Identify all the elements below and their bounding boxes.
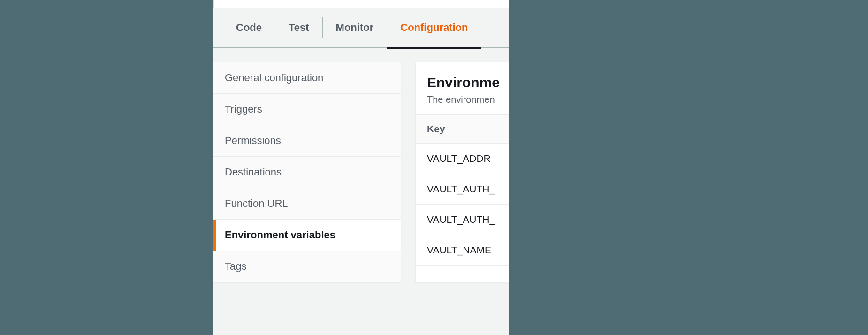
tab-bar: Code Test Monitor Configuration <box>213 8 509 48</box>
sidebar-item-destinations[interactable]: Destinations <box>213 157 401 188</box>
tab-configuration[interactable]: Configuration <box>387 16 481 39</box>
tab-label: Test <box>289 22 309 34</box>
sidebar-item-function-url[interactable]: Function URL <box>213 188 401 220</box>
tab-monitor[interactable]: Monitor <box>323 16 387 39</box>
panel-header: Environme The environmen <box>416 62 509 114</box>
panel-title: Environme <box>427 75 497 91</box>
sidebar-item-label: Triggers <box>225 103 262 115</box>
sidebar-item-general-configuration[interactable]: General configuration <box>213 62 401 94</box>
env-var-key: VAULT_AUTH_ <box>427 214 495 225</box>
sidebar-item-permissions[interactable]: Permissions <box>213 125 401 157</box>
env-var-key: VAULT_AUTH_ <box>427 183 495 194</box>
env-var-key: VAULT_ADDR <box>427 153 491 164</box>
sidebar-item-environment-variables[interactable]: Environment variables <box>213 220 401 251</box>
env-var-key: VAULT_NAME <box>427 244 491 255</box>
sidebar-item-label: General configuration <box>225 72 323 84</box>
tab-label: Configuration <box>400 22 468 34</box>
tab-code[interactable]: Code <box>223 16 275 39</box>
config-sidebar: General configuration Triggers Permissio… <box>213 62 401 283</box>
table-row: VAULT_ADDR <box>416 144 509 174</box>
table-row: VAULT_AUTH_ <box>416 205 509 235</box>
sidebar-item-tags[interactable]: Tags <box>213 251 401 282</box>
sidebar-item-label: Permissions <box>225 135 281 146</box>
sidebar-item-label: Tags <box>225 260 246 272</box>
table-row: VAULT_NAME <box>416 235 509 266</box>
tab-label: Code <box>236 22 262 34</box>
app-viewport: Code Test Monitor Configuration General … <box>213 0 509 335</box>
table-header-key: Key <box>416 114 509 144</box>
panel-description: The environmen <box>427 94 497 105</box>
sidebar-item-label: Destinations <box>225 166 282 178</box>
sidebar-item-label: Function URL <box>225 198 288 209</box>
sidebar-item-label: Environment variables <box>225 229 335 241</box>
environment-variables-panel: Environme The environmen Key VAULT_ADDR … <box>415 62 509 283</box>
sidebar-item-triggers[interactable]: Triggers <box>213 94 401 125</box>
table-row: VAULT_AUTH_ <box>416 174 509 205</box>
content-area: General configuration Triggers Permissio… <box>213 48 509 283</box>
tab-test[interactable]: Test <box>275 16 322 39</box>
tab-label: Monitor <box>336 22 374 34</box>
top-bar <box>213 0 509 8</box>
